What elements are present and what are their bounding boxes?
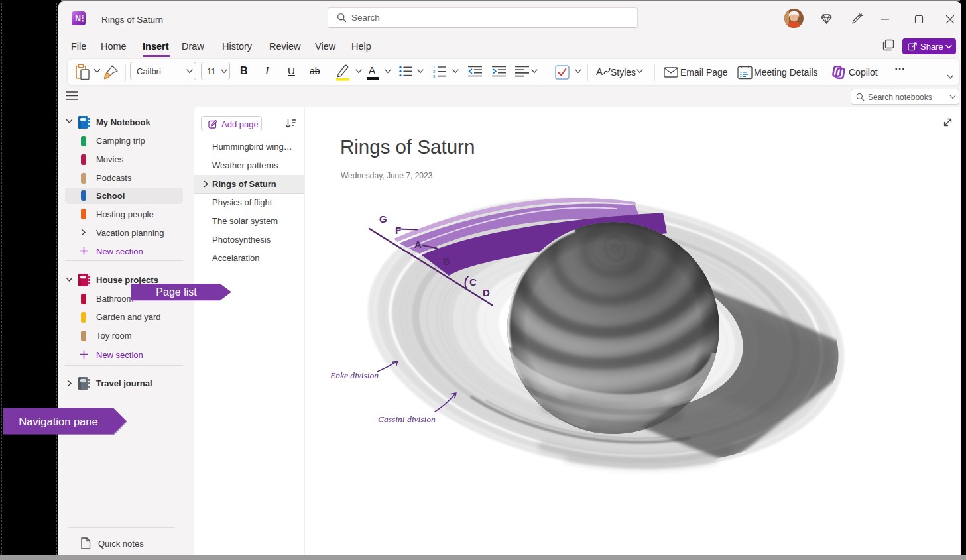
svg-text:3: 3 (433, 74, 436, 78)
svg-text:1: 1 (433, 65, 436, 69)
svg-text:D: D (483, 287, 490, 298)
svg-text:B: B (443, 256, 450, 267)
svg-text:G: G (379, 213, 387, 225)
svg-text:C: C (469, 276, 477, 288)
svg-text:2: 2 (433, 70, 436, 74)
svg-text:A: A (414, 239, 422, 250)
svg-text:Enke division: Enke division (330, 370, 379, 380)
svg-text:F: F (395, 225, 401, 236)
svg-text:N: N (75, 14, 81, 23)
svg-text:Cassini division: Cassini division (378, 414, 436, 424)
svg-text:Navigation pane: Navigation pane (19, 416, 97, 427)
svg-text:A: A (596, 66, 603, 77)
svg-text:Page list: Page list (156, 286, 197, 298)
